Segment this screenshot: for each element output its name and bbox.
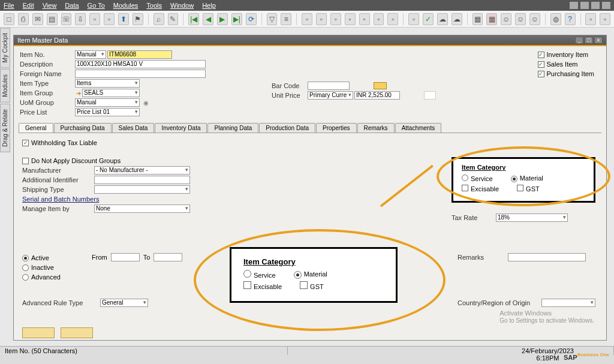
adv-rule-select[interactable]: General <box>100 299 148 307</box>
tb-chat2-icon[interactable]: ☁ <box>452 13 462 25</box>
sidetab-cockpit[interactable]: My Cockpit <box>0 28 10 68</box>
tb-doc-icon[interactable]: ▤ <box>47 13 58 25</box>
tb-cal2-icon[interactable]: ▦ <box>486 13 497 25</box>
serial-batch-link[interactable]: Serial and Batch Numbers <box>22 195 99 203</box>
tb-d1-icon[interactable]: ▫ <box>302 13 312 25</box>
win-min-icon[interactable]: _ <box>575 37 583 44</box>
tb-d3-icon[interactable]: ▫ <box>330 13 341 25</box>
tb-print-icon[interactable]: ⎙ <box>18 13 29 25</box>
tb-filter-icon[interactable]: ▽ <box>267 13 278 25</box>
tb-globe-icon[interactable]: ◍ <box>550 13 561 25</box>
manage-select[interactable]: None <box>94 204 190 213</box>
tb-fax-icon[interactable]: ☏ <box>61 13 72 25</box>
win-close-icon[interactable]: × <box>594 37 603 44</box>
unit-price-extra[interactable] <box>424 91 436 100</box>
tb-next-icon[interactable]: ▶ <box>217 13 228 25</box>
window-restore-icon[interactable] <box>580 2 589 9</box>
tb-find-icon[interactable]: ⌕ <box>154 13 164 25</box>
remarks-input[interactable] <box>508 253 586 261</box>
menu-modules[interactable]: Modules <box>113 2 139 9</box>
tb-last-icon[interactable]: ▶| <box>231 13 242 25</box>
tb-user-icon[interactable]: ☺ <box>501 13 511 25</box>
menu-file[interactable]: File <box>4 2 14 9</box>
tb-sort-icon[interactable]: ≡ <box>281 13 291 25</box>
tab-sales[interactable]: Sales Data <box>112 123 155 133</box>
tb-export-icon[interactable]: ⇩ <box>75 13 86 25</box>
tab-inventory[interactable]: Inventory Data <box>155 123 207 133</box>
tb-first-icon[interactable]: |◀ <box>188 13 199 25</box>
cancel-button[interactable] <box>61 327 93 338</box>
shipping-select[interactable] <box>94 185 190 194</box>
tb-refresh-icon[interactable]: ⟳ <box>246 13 257 25</box>
tb-e2-icon[interactable]: ✓ <box>423 13 434 25</box>
tb-help-icon[interactable]: ? <box>565 13 576 25</box>
tb-group-icon[interactable]: ☺ <box>515 13 526 25</box>
item-group-link-icon[interactable]: ➜ <box>75 89 82 97</box>
foreign-name-input[interactable] <box>75 70 206 78</box>
item-no-mode-select[interactable]: Manual <box>75 50 106 59</box>
menu-goto[interactable]: Go To <box>88 2 105 9</box>
item-group-select[interactable]: SEALS <box>82 89 140 97</box>
status-active-radio[interactable] <box>22 255 29 261</box>
menu-view[interactable]: View <box>43 2 57 9</box>
window-close-icon[interactable] <box>602 2 610 9</box>
tab-remarks[interactable]: Remarks <box>357 123 395 133</box>
tb-d2-icon[interactable]: ▫ <box>316 13 327 25</box>
discount-checkbox[interactable] <box>22 158 29 164</box>
tb-chat-icon[interactable]: ☁ <box>437 13 448 25</box>
from-input[interactable] <box>111 253 140 261</box>
tab-production[interactable]: Production Data <box>259 123 315 133</box>
status-advanced-radio[interactable] <box>22 274 29 281</box>
withholding-checkbox[interactable] <box>22 140 29 146</box>
item-type-select[interactable]: Items <box>75 79 140 88</box>
tb-up-icon[interactable]: ⬆ <box>118 13 129 25</box>
sidetab-drag[interactable]: Drag & Relate <box>0 104 10 152</box>
barcode-browse-button[interactable] <box>374 82 387 89</box>
menu-edit[interactable]: Edit <box>23 2 34 9</box>
purchasing-checkbox[interactable] <box>538 71 544 77</box>
addid-input[interactable] <box>94 176 190 184</box>
tb-flag-icon[interactable]: ⚑ <box>133 13 143 25</box>
tb-e1-icon[interactable]: ▫ <box>408 13 419 25</box>
tab-general[interactable]: General <box>19 123 53 133</box>
tb-d6-icon[interactable]: ▫ <box>374 13 384 25</box>
tab-planning[interactable]: Planning Data <box>207 123 258 133</box>
tb-new-icon[interactable]: □ <box>4 13 14 25</box>
country-select[interactable] <box>541 299 595 307</box>
tb-x2-icon[interactable]: ▫ <box>600 13 610 25</box>
item-no-input[interactable]: ITM06608 <box>107 50 172 59</box>
barcode-input[interactable] <box>308 82 350 90</box>
tb-prev-icon[interactable]: ◀ <box>203 13 213 25</box>
tb-page2-icon[interactable]: ▫ <box>104 13 115 25</box>
price-list-select[interactable]: Price List 01 <box>75 108 140 116</box>
menu-data[interactable]: Data <box>65 2 79 9</box>
tab-purchasing[interactable]: Purchasing Data <box>54 123 112 133</box>
tb-d4-icon[interactable]: ▫ <box>345 13 356 25</box>
tb-add-icon[interactable]: ✎ <box>168 13 179 25</box>
window-max-icon[interactable] <box>591 2 600 9</box>
tb-page-icon[interactable]: ▫ <box>89 13 100 25</box>
unit-price-input[interactable]: INR 2,525.00 <box>354 91 400 100</box>
win-max-icon[interactable]: □ <box>585 37 593 44</box>
menu-window[interactable]: Window <box>170 2 194 9</box>
tb-mail-icon[interactable]: ✉ <box>32 13 43 25</box>
tb-x1-icon[interactable]: ▫ <box>585 13 596 25</box>
tb-d5-icon[interactable]: ▫ <box>359 13 370 25</box>
tab-properties[interactable]: Properties <box>316 123 357 133</box>
menu-tools[interactable]: Tools <box>146 2 162 9</box>
window-min-icon[interactable] <box>570 2 578 9</box>
uom-info-icon[interactable]: ◉ <box>142 99 149 106</box>
tax-rate-select[interactable]: 18% <box>496 213 568 222</box>
menu-help[interactable]: Help <box>202 2 216 9</box>
uom-group-select[interactable]: Manual <box>75 98 140 107</box>
tb-cal-icon[interactable]: ▦ <box>472 13 483 25</box>
sales-checkbox[interactable] <box>538 61 544 68</box>
tab-attachments[interactable]: Attachments <box>395 123 442 133</box>
manufacturer-select[interactable]: - No Manufacturer - <box>94 166 190 175</box>
status-inactive-radio[interactable] <box>22 264 29 271</box>
sidetab-modules[interactable]: Modules <box>0 69 10 103</box>
inventory-checkbox[interactable] <box>538 52 544 58</box>
window-title-bar[interactable]: Item Master Data _ □ × <box>14 35 606 45</box>
to-input[interactable] <box>154 253 182 261</box>
ok-button[interactable] <box>22 327 55 338</box>
